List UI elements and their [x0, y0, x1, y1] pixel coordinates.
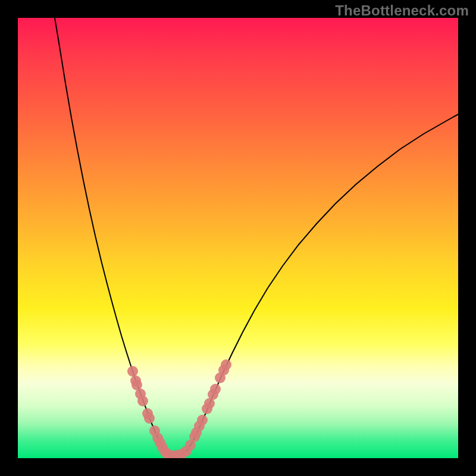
- curve-right-path: [186, 114, 458, 452]
- bead-point: [127, 366, 138, 377]
- bead-point: [221, 359, 231, 370]
- bead-point: [197, 415, 208, 425]
- chart-svg: [18, 18, 458, 458]
- bead-point: [137, 396, 148, 406]
- curve-left-path: [55, 18, 163, 449]
- watermark-text: TheBottleneck.com: [335, 2, 469, 19]
- chart-plot-area: [18, 18, 458, 458]
- bead-point: [144, 413, 155, 424]
- chart-frame: TheBottleneck.com: [0, 0, 476, 476]
- bead-group: [127, 359, 231, 458]
- bead-point: [210, 384, 221, 394]
